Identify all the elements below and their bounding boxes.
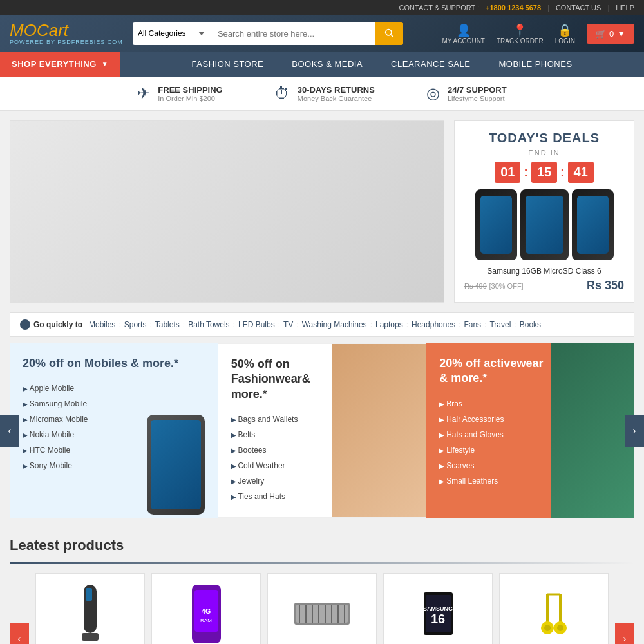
promo-item-jewelry[interactable]: Jewelry — [231, 473, 331, 489]
returns-subtitle: Money Back Guarantee — [298, 95, 375, 102]
svg-rect-4 — [82, 633, 99, 641]
svg-text:SAMSUNG: SAMSUNG — [422, 605, 452, 612]
top-bar: CONTACT & SUPPORT : +1800 1234 5678 | CO… — [0, 0, 644, 15]
promo-item-small-leathers[interactable]: Small Leathers — [439, 473, 549, 489]
benefit-shipping: ✈ FREE SHIPPING In Order Min $200 — [137, 84, 222, 102]
product-nav-right[interactable]: › — [615, 623, 634, 644]
sdcard-image: SAMSUNG 16 — [421, 591, 456, 636]
svg-text:16: 16 — [430, 612, 444, 626]
track-order-link[interactable]: 📍 TRACK ORDER — [497, 23, 544, 44]
product-image-1 — [44, 582, 137, 644]
cart-icon: 🛒 — [596, 29, 606, 39]
promo-nav-right[interactable]: › — [625, 415, 644, 447]
support-title: 24/7 SUPPORT — [448, 85, 507, 95]
header-icons: 👤 MY ACCOUNT 📍 TRACK ORDER 🔒 LOGIN 🛒 0 ▼ — [442, 23, 634, 44]
promo-item-hair[interactable]: Hair Accessories — [439, 412, 549, 427]
products-row: ‹ Samsung 16GB MicroSD Class 6 ★★★★★ Rs … — [10, 573, 634, 644]
contact-us-link[interactable]: CONTACT US — [556, 4, 601, 12]
my-account-link[interactable]: 👤 MY ACCOUNT — [442, 23, 485, 44]
navigation: SHOP EVERYTHING ▼ FASHION STORE BOOKS & … — [0, 52, 644, 77]
promo-item-ties[interactable]: Ties and Hats — [231, 489, 331, 504]
search-input[interactable] — [210, 22, 375, 45]
ql-tablets[interactable]: Tablets — [155, 320, 180, 329]
quick-links-icon — [20, 319, 30, 330]
search-button[interactable] — [375, 22, 403, 45]
ql-books[interactable]: Books — [520, 320, 541, 329]
nav-item-mobile[interactable]: MOBILE PHONES — [484, 52, 586, 77]
phone-center — [520, 189, 569, 260]
ql-sports[interactable]: Sports — [124, 320, 147, 329]
fashion-model-image — [332, 344, 426, 517]
svg-text:4G: 4G — [201, 607, 211, 615]
divider-1: | — [547, 4, 549, 12]
promo-banner-fashion: 50% off on Fashionwear& more.* Bags and … — [218, 343, 427, 518]
product-nav-left[interactable]: ‹ — [10, 623, 29, 644]
cart-button[interactable]: 🛒 0 ▼ — [587, 24, 634, 44]
ql-washing-machines[interactable]: Washing Machines — [302, 320, 367, 329]
countdown-hours: 01 — [495, 162, 520, 183]
promo-item-scarves[interactable]: Scarves — [439, 458, 549, 473]
ql-mobiles[interactable]: Mobiles — [89, 320, 115, 329]
ql-laptops[interactable]: Laptops — [375, 320, 403, 329]
product-card-3: Samsung 16GB MicroSD Class 6 ★★★★★ Rs 49… — [267, 573, 377, 644]
main-content: TODAY'S DEALS END IN 01 : 15 : 41 Samsun… — [0, 111, 644, 312]
ql-travel[interactable]: Travel — [489, 320, 511, 329]
ql-tv[interactable]: TV — [283, 320, 293, 329]
product-image-4: SAMSUNG 16 — [392, 582, 484, 644]
nav-item-clearance[interactable]: CLEARANCE SALE — [377, 52, 484, 77]
product-card-1: Samsung 16GB MicroSD Class 6 ★★★★★ Rs 49… — [35, 573, 145, 644]
countdown-sep-1: : — [524, 162, 528, 183]
promo-item-bras[interactable]: Bras — [439, 396, 549, 412]
ql-led-bulbs[interactable]: LED Bulbs — [238, 320, 275, 329]
promo-nav-left[interactable]: ‹ — [0, 415, 19, 447]
deals-title: TODAY'S DEALS — [464, 131, 624, 146]
phone-right — [572, 189, 614, 260]
benefits-bar: ✈ FREE SHIPPING In Order Min $200 ⏱ 30-D… — [0, 77, 644, 111]
promo-item-samsung[interactable]: Samsung Mobile — [23, 396, 205, 412]
promo-title-mobiles: 20% off on Mobiles & more.* — [23, 356, 205, 371]
phone4g-image: 4G RAM — [189, 583, 224, 644]
activewear-model-image — [551, 343, 634, 518]
product-image-5 — [507, 582, 600, 644]
deal-product-name: Samsung 16GB MicroSD Class 6 — [464, 267, 624, 276]
svg-text:RAM: RAM — [200, 618, 212, 623]
promo-item-lifestyle[interactable]: Lifestyle — [439, 442, 549, 458]
promo-item-cold[interactable]: Cold Weather — [231, 458, 331, 473]
deals-end-label: END IN — [464, 149, 624, 156]
promo-item-hats[interactable]: Hats and Gloves — [439, 427, 549, 442]
logo[interactable]: MOCart POWERED BY PSDFREEBIES.COM — [10, 22, 123, 45]
deal-new-price: Rs 350 — [587, 279, 624, 292]
track-order-label: TRACK ORDER — [497, 37, 544, 44]
category-select[interactable]: All Categories — [133, 22, 210, 45]
product-image-3 — [276, 582, 368, 644]
help-link[interactable]: HELP — [616, 4, 634, 12]
search-icon — [384, 28, 394, 38]
ql-fans[interactable]: Fans — [464, 320, 481, 329]
login-link[interactable]: 🔒 LOGIN — [555, 23, 575, 44]
ql-headphones[interactable]: Headphones — [412, 320, 455, 329]
latest-underline — [10, 562, 634, 564]
promo-item-belts[interactable]: Belts — [231, 427, 331, 442]
promo-item-bootees[interactable]: Bootees — [231, 442, 331, 458]
support-label: CONTACT & SUPPORT : — [399, 4, 480, 12]
logo-mo: MO — [10, 21, 37, 40]
nav-item-books[interactable]: BOOKS & MEDIA — [278, 52, 377, 77]
benefit-returns: ⏱ 30-DAYS RETURNS Money Back Guarantee — [274, 84, 375, 102]
latest-products-title: Leatest products — [10, 537, 634, 554]
shop-everything-label: SHOP EVERYTHING — [12, 59, 97, 69]
header: MOCart POWERED BY PSDFREEBIES.COM All Ca… — [0, 15, 644, 52]
benefit-support: ◎ 24/7 SUPPORT Lifestyme Support — [426, 84, 507, 102]
main-nav: FASHION STORE BOOKS & MEDIA CLEARANCE SA… — [120, 52, 644, 77]
deal-phones — [464, 189, 624, 260]
shop-everything-button[interactable]: SHOP EVERYTHING ▼ — [0, 52, 120, 77]
nav-item-fashion[interactable]: FASHION STORE — [178, 52, 278, 77]
deal-price-row: Rs 499 [30% OFF] Rs 350 — [464, 279, 624, 292]
ql-bath-towels[interactable]: Bath Towels — [188, 320, 229, 329]
hero-banner — [10, 120, 444, 303]
promo-item-apple[interactable]: Apple Mobile — [23, 381, 205, 396]
promo-item-bags[interactable]: Bags and Wallets — [231, 412, 331, 427]
returns-title: 30-DAYS RETURNS — [298, 85, 375, 95]
promo-title-fashion: 50% off on Fashionwear& more.* — [231, 357, 331, 402]
support-subtitle: Lifestyme Support — [448, 95, 507, 102]
login-label: LOGIN — [555, 37, 575, 44]
